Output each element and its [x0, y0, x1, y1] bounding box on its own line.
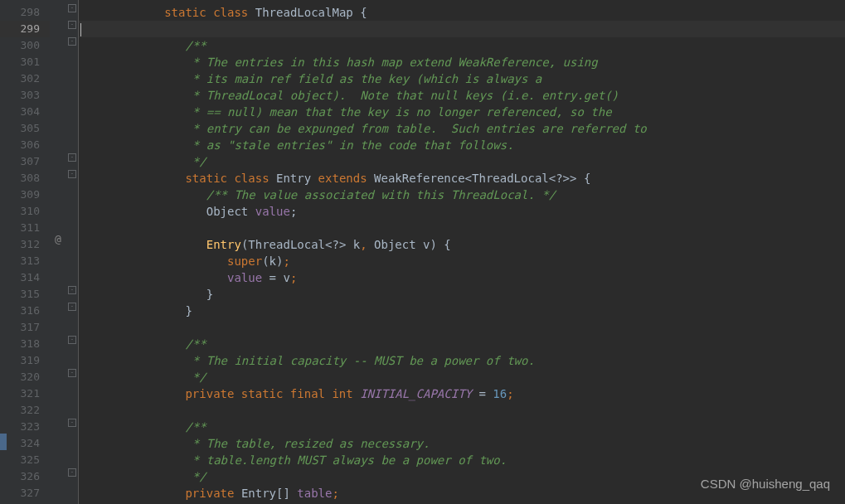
code-line[interactable]: * ThreadLocal object). Note that null ke… — [79, 87, 845, 104]
code-line[interactable]: * its main ref field as the key (which i… — [79, 70, 845, 87]
code-line[interactable]: Entry(ThreadLocal<?> k, Object v) { — [79, 236, 845, 253]
code-line[interactable]: Object value; — [79, 203, 845, 220]
line-number[interactable]: 305 — [0, 120, 50, 137]
line-number[interactable]: 311 — [0, 220, 50, 236]
fold-toggle-icon[interactable]: - — [68, 286, 76, 294]
override-marker-icon[interactable]: @ — [55, 233, 61, 245]
fold-row[interactable] — [50, 481, 78, 497]
line-number[interactable]: 319 — [0, 352, 50, 369]
fold-toggle-icon[interactable]: - — [68, 303, 76, 311]
fold-row[interactable] — [50, 66, 78, 83]
line-number[interactable]: 302 — [0, 70, 50, 87]
fold-row[interactable]: - — [50, 365, 78, 381]
line-number[interactable]: 324 — [0, 435, 50, 452]
code-line[interactable]: * as "stale entries" in the code that fo… — [79, 137, 845, 153]
fold-row[interactable] — [50, 431, 78, 448]
fold-row[interactable]: - — [50, 464, 78, 481]
fold-gutter[interactable]: -----@------ — [50, 0, 79, 504]
line-number[interactable]: 309 — [0, 187, 50, 203]
line-number[interactable]: 315 — [0, 286, 50, 303]
code-line[interactable]: } — [79, 286, 845, 303]
code-line[interactable]: /** The value associated with this Threa… — [79, 187, 845, 203]
code-line[interactable]: } — [79, 303, 845, 319]
code-line[interactable]: /** — [79, 37, 845, 54]
line-number[interactable]: 318 — [0, 336, 50, 352]
fold-row[interactable] — [50, 50, 78, 66]
fold-row[interactable] — [50, 216, 78, 232]
line-number[interactable]: 316 — [0, 303, 50, 319]
line-number[interactable]: 303 — [0, 87, 50, 104]
code-line[interactable] — [79, 319, 845, 336]
line-number[interactable]: 300 — [0, 37, 50, 54]
fold-row[interactable] — [50, 398, 78, 414]
fold-toggle-icon[interactable]: - — [68, 21, 76, 29]
code-line[interactable]: * table.length MUST always be a power of… — [79, 452, 845, 468]
fold-row[interactable] — [50, 265, 78, 282]
line-number[interactable]: 321 — [0, 385, 50, 402]
line-number[interactable]: 307 — [0, 153, 50, 170]
line-gutter[interactable]: 2982993003013023033043053063073083093103… — [0, 0, 50, 504]
code-line[interactable] — [79, 21, 845, 37]
fold-row[interactable] — [50, 249, 78, 265]
fold-row[interactable] — [50, 381, 78, 398]
fold-row[interactable]: - — [50, 332, 78, 348]
code-line[interactable]: static class ThreadLocalMap { — [79, 4, 845, 21]
fold-row[interactable]: - — [50, 282, 78, 298]
line-number[interactable]: 322 — [0, 402, 50, 419]
fold-row[interactable] — [50, 348, 78, 365]
code-line[interactable]: * The table, resized as necessary. — [79, 435, 845, 452]
line-number[interactable]: 326 — [0, 468, 50, 485]
code-line[interactable]: /** — [79, 419, 845, 435]
fold-toggle-icon[interactable]: - — [68, 153, 76, 162]
code-line[interactable]: private static final int INITIAL_CAPACIT… — [79, 385, 845, 402]
code-line[interactable]: /** — [79, 336, 845, 352]
fold-toggle-icon[interactable]: - — [68, 468, 76, 477]
line-number[interactable]: 327 — [0, 485, 50, 502]
fold-row[interactable] — [50, 116, 78, 133]
fold-row[interactable]: - — [50, 0, 78, 17]
fold-row[interactable]: - — [50, 149, 78, 166]
code-line[interactable]: static class Entry extends WeakReference… — [79, 170, 845, 187]
fold-row[interactable]: - — [50, 166, 78, 182]
code-line[interactable]: * == null) mean that the key is no longe… — [79, 104, 845, 120]
fold-row[interactable] — [50, 182, 78, 199]
fold-row[interactable]: - — [50, 298, 78, 315]
line-number[interactable]: 314 — [0, 269, 50, 286]
fold-toggle-icon[interactable]: - — [68, 336, 76, 344]
fold-row[interactable]: @ — [50, 232, 78, 249]
code-line[interactable]: super(k); — [79, 253, 845, 269]
code-line[interactable]: * entry can be expunged from table. Such… — [79, 120, 845, 137]
fold-row[interactable]: - — [50, 17, 78, 33]
fold-row[interactable]: - — [50, 414, 78, 431]
line-number[interactable]: 323 — [0, 419, 50, 435]
fold-row[interactable] — [50, 99, 78, 116]
code-line[interactable]: */ — [79, 369, 845, 385]
fold-toggle-icon[interactable]: - — [68, 369, 76, 377]
fold-row[interactable] — [50, 199, 78, 216]
line-number[interactable]: 306 — [0, 137, 50, 153]
fold-row[interactable]: - — [50, 33, 78, 50]
line-number[interactable]: 313 — [0, 253, 50, 269]
line-number[interactable]: 312 — [0, 236, 50, 253]
fold-toggle-icon[interactable]: - — [68, 37, 76, 46]
code-line[interactable]: value = v; — [79, 269, 845, 286]
line-number[interactable]: 308 — [0, 170, 50, 187]
fold-row[interactable] — [50, 133, 78, 149]
line-number[interactable]: 304 — [0, 104, 50, 120]
line-number[interactable]: 298 — [0, 4, 50, 21]
code-line[interactable]: private Entry[] table; — [79, 485, 845, 502]
code-line[interactable]: * The entries in this hash map extend We… — [79, 54, 845, 70]
code-line[interactable]: */ — [79, 153, 845, 170]
code-line[interactable] — [79, 402, 845, 419]
fold-toggle-icon[interactable]: - — [68, 4, 76, 12]
line-number[interactable]: 299 — [0, 21, 50, 37]
code-area[interactable]: static class ThreadLocalMap { /** * The … — [79, 0, 845, 504]
line-number[interactable]: 325 — [0, 452, 50, 468]
code-line[interactable] — [79, 220, 845, 236]
fold-toggle-icon[interactable]: - — [68, 419, 76, 427]
fold-row[interactable] — [50, 315, 78, 332]
code-editor[interactable]: 2982993003013023033043053063073083093103… — [0, 0, 845, 504]
line-number[interactable]: 301 — [0, 54, 50, 70]
code-line[interactable]: * The initial capacity -- MUST be a powe… — [79, 352, 845, 369]
fold-row[interactable] — [50, 83, 78, 99]
